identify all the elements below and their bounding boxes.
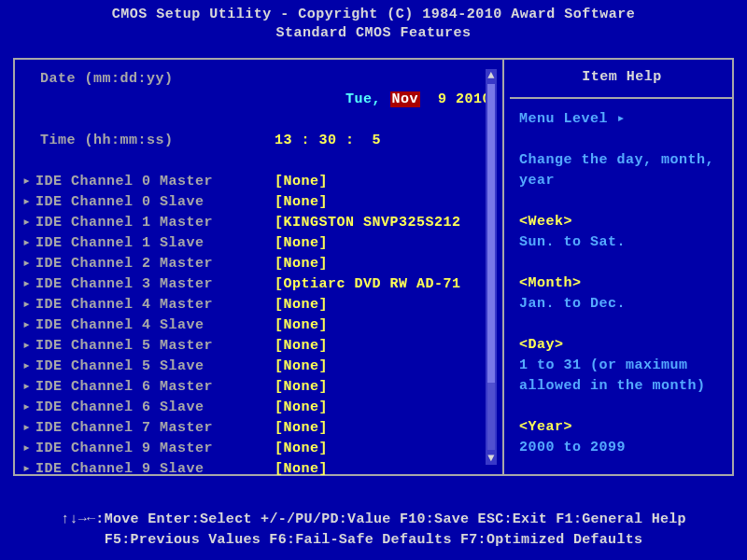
- ide-channel-row[interactable]: ▸ IDE Channel 1 Master[KINGSTON SNVP325S…: [22, 213, 495, 233]
- ide-channel-label: ▸ IDE Channel 4 Slave: [22, 315, 275, 336]
- ide-channel-value: [None]: [275, 315, 495, 336]
- help-week-heading: <Week>: [519, 212, 725, 232]
- date-day[interactable]: 9: [438, 91, 447, 107]
- date-row[interactable]: Date (mm:dd:yy) Tue, Nov 9 2010: [22, 69, 495, 131]
- ide-channel-row[interactable]: ▸ IDE Channel 4 Slave[None]: [22, 315, 495, 336]
- help-month-text: Jan. to Dec.: [519, 294, 725, 315]
- header-line2: Standard CMOS Features: [0, 24, 747, 43]
- time-hh[interactable]: 13: [275, 133, 292, 148]
- ide-channel-row[interactable]: ▸ IDE Channel 7 Master[None]: [22, 418, 495, 439]
- ide-channel-row[interactable]: ▸ IDE Channel 6 Slave[None]: [22, 398, 495, 418]
- help-week-text: Sun. to Sat.: [519, 232, 725, 253]
- submenu-arrow-icon: ▸: [22, 439, 35, 459]
- ide-channel-value: [None]: [275, 172, 495, 192]
- ide-channel-value: [None]: [275, 357, 495, 377]
- date-weekday: Tue,: [345, 91, 381, 107]
- ide-channel-value: [None]: [275, 295, 495, 315]
- submenu-arrow-icon: ▸: [22, 213, 35, 233]
- ide-channel-value: [KINGSTON SNVP325S212: [275, 213, 495, 233]
- spacer: [22, 151, 495, 172]
- ide-channel-value: [None]: [275, 418, 495, 439]
- time-row[interactable]: Time (hh:mm:ss) 13 : 30 : 5: [22, 131, 495, 151]
- ide-channel-value: [Optiarc DVD RW AD-71: [275, 274, 495, 295]
- ide-channel-row[interactable]: ▸ IDE Channel 5 Slave[None]: [22, 357, 495, 377]
- ide-channel-label: ▸ IDE Channel 6 Slave: [22, 398, 275, 418]
- submenu-arrow-icon: ▸: [22, 377, 35, 398]
- help-day-heading: <Day>: [519, 335, 725, 356]
- ide-channel-row[interactable]: ▸ IDE Channel 6 Master[None]: [22, 377, 495, 398]
- submenu-arrow-icon: ▸: [22, 295, 35, 315]
- submenu-arrow-icon: ▸: [22, 336, 35, 357]
- submenu-arrow-icon: ▸: [22, 315, 35, 336]
- submenu-arrow-icon: ▸: [22, 192, 35, 213]
- date-value: Tue, Nov 9 2010: [275, 69, 495, 131]
- main-frame: Date (mm:dd:yy) Tue, Nov 9 2010 Time (hh…: [13, 58, 734, 476]
- ide-channel-list: ▸ IDE Channel 0 Master[None]▸ IDE Channe…: [22, 172, 495, 480]
- menu-level-arrow-icon: ▸: [617, 111, 627, 127]
- ide-channel-row[interactable]: ▸ IDE Channel 2 Master[None]: [22, 254, 495, 274]
- help-year-heading: <Year>: [519, 417, 725, 438]
- date-month-selected[interactable]: Nov: [390, 91, 421, 107]
- submenu-arrow-icon: ▸: [22, 172, 35, 192]
- scroll-down-icon[interactable]: ▼: [487, 452, 495, 465]
- menu-level-row: Menu Level ▸: [519, 109, 725, 130]
- ide-channel-row[interactable]: ▸ IDE Channel 5 Master[None]: [22, 336, 495, 357]
- time-ss[interactable]: 5: [373, 133, 382, 148]
- time-value: 13 : 30 : 5: [275, 131, 495, 151]
- ide-channel-value: [None]: [275, 254, 495, 274]
- help-pane: Item Help Menu Level ▸ Change the day, m…: [510, 60, 732, 474]
- ide-channel-value: [None]: [275, 439, 495, 459]
- submenu-arrow-icon: ▸: [22, 398, 35, 418]
- help-day-text: 1 to 31 (or maximum allowed in the month…: [519, 356, 725, 397]
- ide-channel-label: ▸ IDE Channel 9 Master: [22, 439, 275, 459]
- time-label: Time (hh:mm:ss): [22, 131, 275, 151]
- ide-channel-value: [None]: [275, 459, 495, 480]
- ide-channel-label: ▸ IDE Channel 3 Master: [22, 274, 275, 295]
- ide-channel-label: ▸ IDE Channel 5 Master: [22, 336, 275, 357]
- submenu-arrow-icon: ▸: [22, 459, 35, 480]
- ide-channel-row[interactable]: ▸ IDE Channel 9 Master[None]: [22, 439, 495, 459]
- ide-channel-value: [None]: [275, 336, 495, 357]
- scrollbar[interactable]: ▲ ▼: [486, 69, 497, 465]
- help-divider: [510, 97, 732, 99]
- help-month-heading: <Month>: [519, 273, 725, 294]
- pane-divider: [502, 60, 504, 474]
- date-label: Date (mm:dd:yy): [22, 69, 275, 131]
- submenu-arrow-icon: ▸: [22, 418, 35, 439]
- scroll-thumb[interactable]: [487, 84, 495, 383]
- submenu-arrow-icon: ▸: [22, 254, 35, 274]
- bios-header: CMOS Setup Utility - Copyright (C) 1984-…: [0, 0, 747, 43]
- footer-line2: F5:Previous Values F6:Fail-Safe Defaults…: [0, 530, 747, 551]
- help-year-text: 2000 to 2099: [519, 438, 725, 458]
- footer-hints: ↑↓→←:Move Enter:Select +/-/PU/PD:Value F…: [0, 510, 747, 551]
- settings-pane: Date (mm:dd:yy) Tue, Nov 9 2010 Time (hh…: [15, 60, 500, 474]
- ide-channel-value: [None]: [275, 398, 495, 418]
- submenu-arrow-icon: ▸: [22, 357, 35, 377]
- ide-channel-row[interactable]: ▸ IDE Channel 4 Master[None]: [22, 295, 495, 315]
- help-desc: Change the day, month, year: [519, 150, 725, 191]
- ide-channel-row[interactable]: ▸ IDE Channel 0 Slave[None]: [22, 192, 495, 213]
- ide-channel-label: ▸ IDE Channel 7 Master: [22, 418, 275, 439]
- help-body: Menu Level ▸ Change the day, month, year…: [519, 109, 725, 458]
- scroll-track[interactable]: [487, 84, 495, 450]
- ide-channel-label: ▸ IDE Channel 6 Master: [22, 377, 275, 398]
- submenu-arrow-icon: ▸: [22, 233, 35, 254]
- help-title: Item Help: [519, 69, 725, 85]
- scroll-up-icon[interactable]: ▲: [487, 69, 495, 82]
- ide-channel-label: ▸ IDE Channel 0 Master: [22, 172, 275, 192]
- ide-channel-value: [None]: [275, 233, 495, 254]
- ide-channel-label: ▸ IDE Channel 5 Slave: [22, 357, 275, 377]
- ide-channel-label: ▸ IDE Channel 9 Slave: [22, 459, 275, 480]
- time-mm[interactable]: 30: [319, 133, 337, 148]
- ide-channel-label: ▸ IDE Channel 2 Master: [22, 254, 275, 274]
- footer-line1: ↑↓→←:Move Enter:Select +/-/PU/PD:Value F…: [0, 510, 747, 530]
- header-line1: CMOS Setup Utility - Copyright (C) 1984-…: [0, 6, 747, 24]
- ide-channel-label: ▸ IDE Channel 4 Master: [22, 295, 275, 315]
- ide-channel-row[interactable]: ▸ IDE Channel 0 Master[None]: [22, 172, 495, 192]
- ide-channel-row[interactable]: ▸ IDE Channel 3 Master[Optiarc DVD RW AD…: [22, 274, 495, 295]
- ide-channel-label: ▸ IDE Channel 0 Slave: [22, 192, 275, 213]
- ide-channel-row[interactable]: ▸ IDE Channel 1 Slave[None]: [22, 233, 495, 254]
- ide-channel-label: ▸ IDE Channel 1 Slave: [22, 233, 275, 254]
- ide-channel-row[interactable]: ▸ IDE Channel 9 Slave[None]: [22, 459, 495, 480]
- submenu-arrow-icon: ▸: [22, 274, 35, 295]
